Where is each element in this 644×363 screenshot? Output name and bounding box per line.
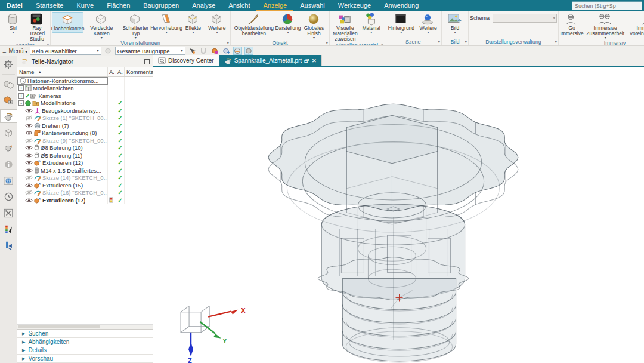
snap-point-icon[interactable]	[188, 47, 197, 55]
objektdarstellung-bearbeiten-button[interactable]: Objektdarstellung bearbeiten	[232, 12, 276, 37]
assembly-navigator-icon[interactable]	[1, 77, 17, 91]
gear-icon[interactable]	[1, 57, 17, 71]
tree-row[interactable]: Skizze (1) "SKETCH_00...✓	[17, 115, 153, 122]
wireframe-toggle-icon[interactable]	[244, 47, 253, 55]
expander-icon[interactable]: -	[18, 100, 24, 106]
part-model[interactable]: X Y Z	[153, 67, 644, 363]
expander-icon[interactable]: +	[18, 93, 24, 99]
tab-discovery-center[interactable]: Discovery Center	[153, 55, 219, 66]
eye-off-icon[interactable]	[25, 175, 33, 180]
eye-icon[interactable]	[25, 168, 33, 173]
reuse-library-icon[interactable]	[1, 125, 17, 139]
menu-anzeige[interactable]: Anzeige	[256, 0, 293, 11]
expander-icon[interactable]: +	[18, 85, 24, 91]
tab-spannkralle-alzmetall-prt[interactable]: Spannkralle_Alzmetall.prt🗗✕	[219, 55, 322, 66]
eye-icon[interactable]	[25, 160, 33, 165]
selection-filter-dropdown[interactable]: Kein Auswahlfilter▾	[30, 47, 101, 55]
magnet-icon[interactable]	[199, 47, 208, 55]
group-options-icon[interactable]: ▾	[227, 41, 229, 45]
filter-extra-icon[interactable]	[104, 47, 113, 55]
visual-reports-icon[interactable]	[1, 222, 17, 236]
float-window-icon[interactable]: 🗗	[304, 58, 309, 64]
tree-row[interactable]: Historien-Konstruktionsmo...	[17, 77, 153, 85]
ray-traced-studio-button[interactable]: Ray Traced Studio	[25, 12, 49, 42]
menu-flächen[interactable]: Flächen	[100, 0, 137, 11]
hervorhebung-button[interactable]: Hervorhebung▾	[151, 12, 181, 35]
immersive-voreinstellungen-button[interactable]: Immersive Voreinstellungen	[627, 12, 644, 37]
process-studio-icon[interactable]	[1, 206, 17, 220]
roles-icon[interactable]	[1, 238, 17, 252]
darstellung-button[interactable]: Darstellung▾	[276, 12, 300, 35]
constraint-navigator-icon[interactable]	[1, 93, 17, 107]
eye-icon[interactable]	[25, 153, 33, 158]
eye-off-icon[interactable]	[25, 190, 33, 195]
effekte-button[interactable]: Effekte▾	[181, 12, 205, 35]
info-icon[interactable]	[1, 158, 17, 171]
history-icon[interactable]	[1, 190, 17, 204]
tree-row[interactable]: Extrudieren (15)✓	[17, 182, 153, 189]
routing-icon[interactable]	[1, 141, 17, 155]
eye-off-icon[interactable]	[25, 138, 33, 143]
column-header-a2[interactable]: A.	[116, 67, 125, 76]
tree-row[interactable]: Skizze (9) "SKETCH_00...✓	[17, 137, 153, 144]
group-options-icon[interactable]: ▾	[438, 39, 441, 44]
tree-row[interactable]: Skizze (14) "SKETCH_0...✓	[17, 174, 153, 182]
schema-select[interactable]	[493, 14, 557, 23]
tree-row[interactable]: Ø8 Bohrung (10)✓	[17, 144, 153, 152]
group-options-icon[interactable]: ▾	[326, 41, 329, 45]
tree-row[interactable]: Kantenverrundung (8)✓	[17, 130, 153, 137]
tree-row[interactable]: Extrudieren (17)✓	[17, 196, 153, 204]
component-select-icon[interactable]	[222, 47, 231, 55]
menu-werkzeuge[interactable]: Werkzeuge	[332, 0, 377, 11]
tree-row[interactable]: M14 x 1.5 Detailliertes...✓	[17, 167, 153, 174]
flächenkanten-button[interactable]: Flächenkanten	[52, 12, 83, 33]
tree-scrollbar[interactable]	[17, 324, 153, 329]
menu-analyse[interactable]: Analyse	[185, 0, 222, 11]
tree-row[interactable]: Skizze (16) "SKETCH_0...✓	[17, 189, 153, 197]
section-suchen[interactable]: ▶Suchen	[17, 330, 153, 338]
tree-row[interactable]: +Modellansichten	[17, 85, 153, 93]
shaded-toggle-icon[interactable]	[233, 47, 242, 55]
column-header-comment[interactable]: Kommentar	[125, 67, 153, 76]
eye-icon[interactable]	[25, 198, 33, 203]
menu-baugruppen[interactable]: Baugruppen	[137, 0, 185, 11]
tree-row[interactable]: -Modellhistorie✓	[17, 100, 153, 107]
eye-icon[interactable]	[25, 130, 33, 136]
tree-row[interactable]: Bezugskoordinatensy...✓	[17, 107, 153, 115]
tree-row[interactable]: Ø5 Bohrung (11)✓	[17, 152, 153, 159]
verdeckte-kanten-button[interactable]: Verdeckte Kanten▾	[83, 12, 119, 40]
menu-anwendung[interactable]: Anwendung	[377, 0, 425, 11]
tree-row[interactable]: Extrudieren (12)✓	[17, 159, 153, 167]
maximize-panel-icon[interactable]	[144, 59, 150, 64]
section-abhängigkeiten[interactable]: ▶Abhängigkeiten	[17, 338, 153, 346]
web-browser-icon[interactable]	[1, 174, 17, 187]
menu-startseite[interactable]: Startseite	[29, 0, 70, 11]
material-button[interactable]: Material▾	[360, 12, 383, 35]
menu-ansicht[interactable]: Ansicht	[222, 0, 256, 11]
menu-button[interactable]: Menü ▾	[8, 48, 27, 54]
menu-kurve[interactable]: Kurve	[70, 0, 100, 11]
section-details[interactable]: ▶Details	[17, 346, 153, 355]
3d-viewport[interactable]: X Y Z	[153, 67, 644, 363]
eye-icon[interactable]	[25, 108, 33, 113]
tree-row[interactable]: +✓Kameras	[17, 92, 153, 100]
stil-button[interactable]: Stil▾	[1, 12, 25, 35]
eye-icon[interactable]	[25, 145, 33, 150]
go-immersive-button[interactable]: Go Immersive	[560, 12, 584, 37]
eye-icon[interactable]	[25, 123, 33, 128]
eye-icon[interactable]	[25, 183, 33, 188]
command-search-input[interactable]	[572, 1, 642, 10]
weitere-button[interactable]: Weitere▾	[205, 12, 229, 35]
part-navigator-icon[interactable]	[0, 109, 17, 123]
eye-off-icon[interactable]	[25, 115, 33, 121]
group-options-icon[interactable]: ▾	[555, 39, 558, 44]
group-options-icon[interactable]: ▾	[465, 39, 467, 44]
bild-button[interactable]: Bild▾	[443, 12, 467, 35]
weitere-button[interactable]: Weitere▾	[416, 12, 440, 35]
immersive-zusammenarbeit-button[interactable]: Immersive Zusammenarbeit▾	[584, 12, 627, 40]
column-header-name[interactable]: Name▲	[17, 67, 108, 76]
close-tab-icon[interactable]: ✕	[312, 58, 317, 64]
visuelle-materialien-zuweisen-button[interactable]: Visuelle Materialien zuweisen	[331, 12, 360, 42]
menu-datei[interactable]: Datei	[0, 0, 29, 11]
assembly-select-icon[interactable]	[210, 47, 219, 55]
